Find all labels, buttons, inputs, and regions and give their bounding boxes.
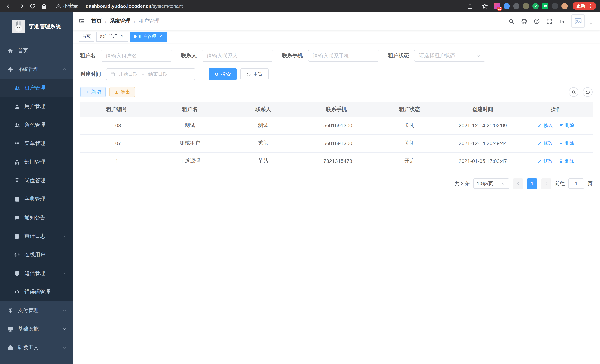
tags-view: 首页 部门管理× 租户管理× xyxy=(73,30,600,43)
delete-link[interactable]: 删除 xyxy=(559,140,574,147)
extension-icon-5[interactable] xyxy=(533,3,539,9)
sidebar-item-departments[interactable]: 部门管理 xyxy=(0,153,73,171)
caret-down-icon[interactable] xyxy=(589,22,593,26)
search-icon[interactable] xyxy=(508,18,515,24)
browser-back-icon[interactable] xyxy=(6,3,13,9)
payment-yen-icon xyxy=(7,308,13,314)
filter-contact: 联系人 xyxy=(181,50,273,62)
search-button[interactable]: 搜索 xyxy=(208,68,237,80)
cell-tenant-id: 108 xyxy=(80,117,153,134)
prev-page-button[interactable] xyxy=(513,178,523,189)
browser-forward-icon[interactable] xyxy=(18,3,24,9)
sidebar-menu: 首页 系统管理 租户管理 用户管理 xyxy=(0,42,73,357)
edit-link[interactable]: 修改 xyxy=(538,140,553,147)
tab-department[interactable]: 部门管理× xyxy=(96,32,128,41)
cell-phone: 15601691300 xyxy=(300,134,373,152)
sidebar-toggle-icon[interactable] xyxy=(78,18,85,25)
edit-link[interactable]: 修改 xyxy=(538,122,553,129)
goto-page-input[interactable] xyxy=(568,178,584,189)
cell-created: 2021-12-14 21:02:09 xyxy=(446,117,519,134)
browser-menu-kebab-icon[interactable]: ⋮ xyxy=(588,3,593,8)
url-text: dashboard.yudao.iocoder.cn/system/tenant xyxy=(86,3,183,9)
browser-home-icon[interactable] xyxy=(41,3,47,9)
fullscreen-icon[interactable] xyxy=(546,18,553,24)
browser-reload-icon[interactable] xyxy=(29,3,36,9)
add-button[interactable]: 新增 xyxy=(80,87,106,97)
sidebar-item-users[interactable]: 用户管理 xyxy=(0,97,73,116)
sidebar-item-home[interactable]: 首页 xyxy=(0,42,73,60)
error-code-icon xyxy=(14,289,20,295)
contact-input[interactable] xyxy=(202,50,273,62)
sidebar-item-system[interactable]: 系统管理 xyxy=(0,60,73,79)
address-bar[interactable]: 不安全 dashboard.yudao.iocoder.cn/system/te… xyxy=(56,3,183,9)
extension-icon-6[interactable] xyxy=(542,3,548,9)
tenant-name-input[interactable] xyxy=(101,50,172,62)
font-size-icon[interactable] xyxy=(559,18,565,24)
sidebar-item-sms[interactable]: 短信管理 xyxy=(0,264,73,283)
tab-close-icon[interactable]: × xyxy=(120,34,125,39)
refresh-table-button[interactable] xyxy=(583,87,593,97)
delete-link[interactable]: 删除 xyxy=(559,122,574,129)
sidebar-item-label: 通知公告 xyxy=(25,215,45,221)
sidebar-item-tenant[interactable]: 租户管理 xyxy=(0,79,73,97)
extension-icon-2[interactable] xyxy=(504,3,510,9)
chevron-down-icon xyxy=(62,327,67,331)
share-icon[interactable] xyxy=(467,3,473,9)
toggle-search-button[interactable] xyxy=(569,87,579,97)
browser-toolbar-right: 10 更新 ⋮ xyxy=(464,2,596,10)
phone-input[interactable] xyxy=(308,50,379,62)
sidebar-item-dictionary[interactable]: 字典管理 xyxy=(0,190,73,208)
cell-tenant-name: 芋道源码 xyxy=(153,152,227,170)
active-tab-dot xyxy=(134,35,137,38)
help-icon[interactable] xyxy=(534,18,540,24)
menu-list-icon xyxy=(14,141,20,147)
cell-status: 关闭 xyxy=(373,134,446,152)
refresh-icon xyxy=(585,90,590,94)
page-size-value: 10条/页 xyxy=(477,180,493,187)
app-logo[interactable]: 芋道管理系统 xyxy=(0,12,73,42)
extension-icon-7[interactable] xyxy=(552,3,558,9)
tab-tenant[interactable]: 租户管理× xyxy=(130,32,167,41)
sidebar-item-dev-tools[interactable]: 研发工具 xyxy=(0,338,73,357)
extension-icon-8[interactable] xyxy=(562,3,568,9)
cell-created: 2021-01-05 17:03:47 xyxy=(446,152,519,170)
sidebar-item-announcements[interactable]: 通知公告 xyxy=(0,208,73,227)
tab-label: 首页 xyxy=(82,33,91,40)
page-number-button[interactable]: 1 xyxy=(527,178,537,189)
sidebar-item-roles[interactable]: 角色管理 xyxy=(0,116,73,134)
sidebar-item-error-codes[interactable]: 错误码管理 xyxy=(0,283,73,301)
date-separator: - xyxy=(142,71,144,77)
bookmark-star-icon[interactable] xyxy=(482,3,488,9)
sidebar-item-payment[interactable]: 支付管理 xyxy=(0,301,73,320)
reset-button[interactable]: 重置 xyxy=(240,68,269,80)
extension-icon-1[interactable]: 10 xyxy=(494,3,500,9)
status-select[interactable]: 请选择租户状态 xyxy=(414,50,485,62)
sidebar-item-menus[interactable]: 菜单管理 xyxy=(0,134,73,153)
tab-home[interactable]: 首页 xyxy=(79,32,94,41)
roles-icon xyxy=(14,122,20,128)
breadcrumb-home[interactable]: 首页 xyxy=(91,18,102,25)
page-size-select[interactable]: 10条/页 xyxy=(473,178,509,189)
home-icon xyxy=(7,48,13,54)
column-header: 操作 xyxy=(519,103,593,117)
add-button-label: 新增 xyxy=(91,89,101,95)
breadcrumb-system[interactable]: 系统管理 xyxy=(110,18,131,25)
browser-update-button[interactable]: 更新 ⋮ xyxy=(572,2,596,10)
sidebar-item-posts[interactable]: 岗位管理 xyxy=(0,171,73,190)
check-icon xyxy=(534,4,537,8)
edit-link[interactable]: 修改 xyxy=(538,158,553,164)
next-page-button[interactable] xyxy=(541,178,551,189)
sidebar-item-infrastructure[interactable]: 基础设施 xyxy=(0,320,73,338)
sidebar-item-online-users[interactable]: 在线用户 xyxy=(0,246,73,264)
extension-icon-4[interactable] xyxy=(523,3,529,9)
export-button[interactable]: 导出 xyxy=(110,87,135,97)
sidebar-item-audit-log[interactable]: 审计日志 xyxy=(0,227,73,246)
app-title: 芋道管理系统 xyxy=(29,23,61,30)
github-icon[interactable] xyxy=(521,18,527,24)
delete-link[interactable]: 删除 xyxy=(559,158,574,164)
avatar[interactable] xyxy=(572,14,585,28)
tab-close-icon[interactable]: × xyxy=(158,34,163,39)
cell-actions: 修改删除 xyxy=(519,134,593,152)
extension-icon-3[interactable] xyxy=(513,3,519,9)
date-range-input[interactable]: 开始日期 - 结束日期 xyxy=(106,68,195,80)
